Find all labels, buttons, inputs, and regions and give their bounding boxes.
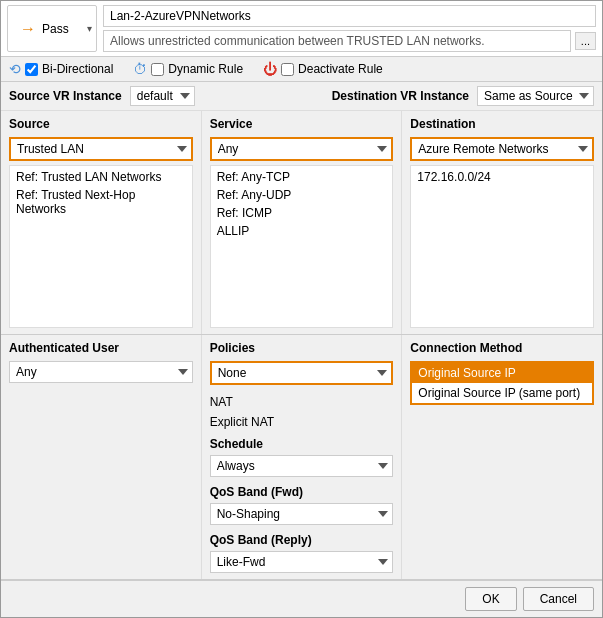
- destination-select[interactable]: Azure Remote Networks Any Custom: [410, 137, 594, 161]
- pass-arrow-icon: →: [20, 20, 36, 38]
- policies-select[interactable]: None Custom: [210, 361, 394, 385]
- pass-label: Pass: [42, 22, 69, 36]
- connection-method-list: Original Source IP Original Source IP (s…: [410, 361, 594, 405]
- destination-header: Destination: [410, 117, 594, 131]
- auth-user-header: Authenticated User: [9, 341, 193, 355]
- dest-vr-label: Destination VR Instance: [332, 89, 469, 103]
- pass-button[interactable]: → Pass ▾: [7, 5, 97, 52]
- auth-user-column: Authenticated User Any Custom: [1, 335, 202, 579]
- header-area: → Pass ▾ ...: [1, 1, 602, 57]
- bidirectional-option[interactable]: ⟲ Bi-Directional: [9, 61, 113, 77]
- rule-name-input[interactable]: [103, 5, 596, 27]
- service-header: Service: [210, 117, 394, 131]
- dynamic-rule-option[interactable]: ⏱ Dynamic Rule: [133, 61, 243, 77]
- connection-method-header: Connection Method: [410, 341, 594, 355]
- rule-desc-row: ...: [103, 30, 596, 52]
- list-item[interactable]: 172.16.0.0/24: [413, 168, 591, 186]
- options-bar: ⟲ Bi-Directional ⏱ Dynamic Rule ⏻ Deacti…: [1, 57, 602, 82]
- top-section: Source Trusted LAN Any Custom Ref: Trust…: [1, 111, 602, 335]
- service-list: Ref: Any-TCP Ref: Any-UDP Ref: ICMP ALLI…: [210, 165, 394, 328]
- source-vr-select[interactable]: default: [130, 86, 195, 106]
- rule-name-row: [103, 5, 596, 27]
- qos-fwd-select[interactable]: No-Shaping Custom: [210, 503, 394, 525]
- list-item[interactable]: Ref: Any-TCP: [213, 168, 391, 186]
- dynamic-rule-icon: ⏱: [133, 61, 147, 77]
- policies-header: Policies: [210, 341, 394, 355]
- nat-label: NAT: [210, 395, 394, 409]
- list-item[interactable]: Ref: Any-UDP: [213, 186, 391, 204]
- ok-button[interactable]: OK: [465, 587, 516, 611]
- rule-desc-input[interactable]: [103, 30, 571, 52]
- source-list: Ref: Trusted LAN Networks Ref: Trusted N…: [9, 165, 193, 328]
- source-select[interactable]: Trusted LAN Any Custom: [9, 137, 193, 161]
- deactivate-icon: ⏻: [263, 61, 277, 77]
- dest-vr-select[interactable]: Same as Source: [477, 86, 594, 106]
- destination-column: Destination Azure Remote Networks Any Cu…: [402, 111, 602, 334]
- qos-fwd-label: QoS Band (Fwd): [210, 485, 394, 499]
- bidirectional-checkbox[interactable]: [25, 63, 38, 76]
- dynamic-rule-label: Dynamic Rule: [151, 62, 243, 76]
- bidirectional-label: Bi-Directional: [25, 62, 113, 76]
- bottom-section: Authenticated User Any Custom Policies N…: [1, 335, 602, 580]
- connection-method-column: Connection Method Original Source IP Ori…: [402, 335, 602, 579]
- cancel-button[interactable]: Cancel: [523, 587, 594, 611]
- auth-user-select[interactable]: Any Custom: [9, 361, 193, 383]
- vr-bar: Source VR Instance default Destination V…: [1, 82, 602, 111]
- dialog: → Pass ▾ ... ⟲ Bi-Directional ⏱: [0, 0, 603, 618]
- ellipsis-button[interactable]: ...: [575, 32, 596, 50]
- dynamic-rule-checkbox[interactable]: [151, 63, 164, 76]
- deactivate-label: Deactivate Rule: [281, 62, 383, 76]
- deactivate-checkbox[interactable]: [281, 63, 294, 76]
- destination-list: 172.16.0.0/24: [410, 165, 594, 328]
- source-header: Source: [9, 117, 193, 131]
- pass-dropdown-icon: ▾: [87, 23, 92, 34]
- header-right: ...: [103, 5, 596, 52]
- nat-type-row: Explicit NAT: [210, 415, 394, 429]
- schedule-label: Schedule: [210, 437, 394, 451]
- nat-type-label: Explicit NAT: [210, 415, 274, 429]
- policies-column: Policies None Custom NAT Explicit NAT Sc…: [202, 335, 403, 579]
- schedule-select[interactable]: Always Custom: [210, 455, 394, 477]
- list-item[interactable]: Ref: ICMP: [213, 204, 391, 222]
- list-item[interactable]: Ref: Trusted Next-Hop Networks: [12, 186, 190, 218]
- list-item[interactable]: Ref: Trusted LAN Networks: [12, 168, 190, 186]
- service-column: Service Any Custom Ref: Any-TCP Ref: Any…: [202, 111, 403, 334]
- footer: OK Cancel: [1, 580, 602, 617]
- connection-item-original-source-ip[interactable]: Original Source IP: [412, 363, 592, 383]
- deactivate-option[interactable]: ⏻ Deactivate Rule: [263, 61, 383, 77]
- list-item[interactable]: ALLIP: [213, 222, 391, 240]
- connection-item-original-source-ip-same-port[interactable]: Original Source IP (same port): [412, 383, 592, 403]
- service-select[interactable]: Any Custom: [210, 137, 394, 161]
- source-column: Source Trusted LAN Any Custom Ref: Trust…: [1, 111, 202, 334]
- source-vr-label: Source VR Instance: [9, 89, 122, 103]
- main-content: Source Trusted LAN Any Custom Ref: Trust…: [1, 111, 602, 580]
- qos-reply-label: QoS Band (Reply): [210, 533, 394, 547]
- bidirectional-icon: ⟲: [9, 61, 21, 77]
- qos-reply-select[interactable]: Like-Fwd Custom: [210, 551, 394, 573]
